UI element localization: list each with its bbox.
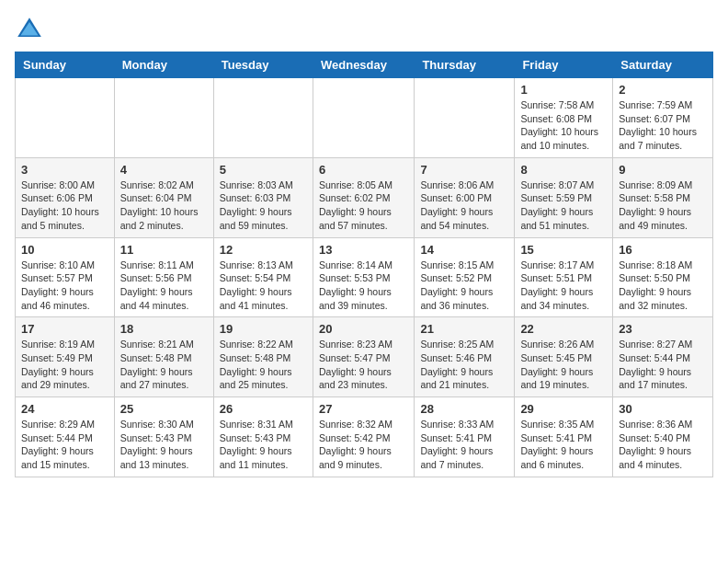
day-number: 11 bbox=[120, 243, 208, 257]
day-number: 24 bbox=[21, 402, 108, 416]
calendar-week-row: 24Sunrise: 8:29 AM Sunset: 5:44 PM Dayli… bbox=[16, 397, 713, 477]
day-info: Sunrise: 8:26 AM Sunset: 5:45 PM Dayligh… bbox=[520, 338, 607, 392]
day-number: 5 bbox=[220, 163, 307, 177]
day-info: Sunrise: 8:32 AM Sunset: 5:42 PM Dayligh… bbox=[319, 418, 408, 472]
day-info: Sunrise: 8:14 AM Sunset: 5:53 PM Dayligh… bbox=[319, 259, 408, 313]
day-info: Sunrise: 8:00 AM Sunset: 6:06 PM Dayligh… bbox=[21, 178, 108, 233]
calendar-cell: 1Sunrise: 7:58 AM Sunset: 6:08 PM Daylig… bbox=[515, 78, 613, 158]
day-info: Sunrise: 8:15 AM Sunset: 5:52 PM Dayligh… bbox=[420, 259, 508, 313]
day-number: 12 bbox=[220, 243, 307, 257]
logo bbox=[15, 15, 48, 44]
calendar-cell: 26Sunrise: 8:31 AM Sunset: 5:43 PM Dayli… bbox=[213, 397, 313, 477]
calendar-week-row: 3Sunrise: 8:00 AM Sunset: 6:06 PM Daylig… bbox=[16, 157, 713, 237]
day-info: Sunrise: 8:29 AM Sunset: 5:44 PM Dayligh… bbox=[21, 418, 108, 472]
calendar-cell: 10Sunrise: 8:10 AM Sunset: 5:57 PM Dayli… bbox=[16, 237, 115, 317]
day-info: Sunrise: 8:06 AM Sunset: 6:00 PM Dayligh… bbox=[420, 178, 508, 233]
weekday-header-tuesday: Tuesday bbox=[213, 52, 313, 78]
calendar-cell: 4Sunrise: 8:02 AM Sunset: 6:04 PM Daylig… bbox=[114, 157, 213, 237]
calendar-cell: 20Sunrise: 8:23 AM Sunset: 5:47 PM Dayli… bbox=[313, 317, 414, 397]
calendar-cell: 12Sunrise: 8:13 AM Sunset: 5:54 PM Dayli… bbox=[213, 237, 313, 317]
day-number: 16 bbox=[619, 243, 707, 257]
calendar-cell: 19Sunrise: 8:22 AM Sunset: 5:48 PM Dayli… bbox=[213, 317, 313, 397]
calendar-cell: 11Sunrise: 8:11 AM Sunset: 5:56 PM Dayli… bbox=[114, 237, 213, 317]
calendar-cell bbox=[16, 78, 115, 158]
day-number: 27 bbox=[319, 402, 408, 416]
calendar-cell: 24Sunrise: 8:29 AM Sunset: 5:44 PM Dayli… bbox=[16, 397, 115, 477]
calendar-week-row: 17Sunrise: 8:19 AM Sunset: 5:49 PM Dayli… bbox=[16, 317, 713, 397]
weekday-header-sunday: Sunday bbox=[16, 52, 115, 78]
weekday-header-monday: Monday bbox=[114, 52, 213, 78]
calendar-cell: 16Sunrise: 8:18 AM Sunset: 5:50 PM Dayli… bbox=[613, 237, 713, 317]
calendar-cell: 23Sunrise: 8:27 AM Sunset: 5:44 PM Dayli… bbox=[613, 317, 713, 397]
day-number: 23 bbox=[619, 322, 707, 336]
logo-icon bbox=[15, 15, 44, 44]
day-number: 2 bbox=[619, 83, 707, 97]
calendar-cell: 7Sunrise: 8:06 AM Sunset: 6:00 PM Daylig… bbox=[415, 157, 515, 237]
day-number: 9 bbox=[619, 163, 707, 177]
day-info: Sunrise: 8:07 AM Sunset: 5:59 PM Dayligh… bbox=[520, 178, 607, 233]
day-number: 28 bbox=[420, 402, 508, 416]
day-info: Sunrise: 8:19 AM Sunset: 5:49 PM Dayligh… bbox=[21, 338, 108, 392]
day-info: Sunrise: 8:17 AM Sunset: 5:51 PM Dayligh… bbox=[520, 259, 607, 313]
weekday-header-saturday: Saturday bbox=[613, 52, 713, 78]
calendar-cell: 2Sunrise: 7:59 AM Sunset: 6:07 PM Daylig… bbox=[613, 78, 713, 158]
day-number: 20 bbox=[319, 322, 408, 336]
day-info: Sunrise: 8:35 AM Sunset: 5:41 PM Dayligh… bbox=[520, 418, 607, 472]
calendar-table: SundayMondayTuesdayWednesdayThursdayFrid… bbox=[15, 52, 713, 477]
day-number: 7 bbox=[420, 163, 508, 177]
day-info: Sunrise: 8:02 AM Sunset: 6:04 PM Dayligh… bbox=[120, 178, 208, 233]
day-info: Sunrise: 8:10 AM Sunset: 5:57 PM Dayligh… bbox=[21, 259, 108, 313]
calendar-cell: 21Sunrise: 8:25 AM Sunset: 5:46 PM Dayli… bbox=[415, 317, 515, 397]
day-number: 10 bbox=[21, 243, 108, 257]
calendar-cell: 17Sunrise: 8:19 AM Sunset: 5:49 PM Dayli… bbox=[16, 317, 115, 397]
calendar-cell: 29Sunrise: 8:35 AM Sunset: 5:41 PM Dayli… bbox=[515, 397, 613, 477]
day-info: Sunrise: 8:25 AM Sunset: 5:46 PM Dayligh… bbox=[420, 338, 508, 392]
calendar-cell: 3Sunrise: 8:00 AM Sunset: 6:06 PM Daylig… bbox=[16, 157, 115, 237]
day-number: 19 bbox=[220, 322, 307, 336]
weekday-header-wednesday: Wednesday bbox=[313, 52, 414, 78]
day-number: 29 bbox=[520, 402, 607, 416]
calendar-cell: 18Sunrise: 8:21 AM Sunset: 5:48 PM Dayli… bbox=[114, 317, 213, 397]
calendar-cell: 9Sunrise: 8:09 AM Sunset: 5:58 PM Daylig… bbox=[613, 157, 713, 237]
day-info: Sunrise: 8:03 AM Sunset: 6:03 PM Dayligh… bbox=[220, 178, 307, 233]
day-info: Sunrise: 8:22 AM Sunset: 5:48 PM Dayligh… bbox=[220, 338, 307, 392]
calendar-cell bbox=[313, 78, 414, 158]
day-number: 3 bbox=[21, 163, 108, 177]
calendar-cell: 28Sunrise: 8:33 AM Sunset: 5:41 PM Dayli… bbox=[415, 397, 515, 477]
calendar-cell: 5Sunrise: 8:03 AM Sunset: 6:03 PM Daylig… bbox=[213, 157, 313, 237]
day-info: Sunrise: 8:09 AM Sunset: 5:58 PM Dayligh… bbox=[619, 178, 707, 233]
day-number: 30 bbox=[619, 402, 707, 416]
day-info: Sunrise: 8:21 AM Sunset: 5:48 PM Dayligh… bbox=[120, 338, 208, 392]
day-number: 17 bbox=[21, 322, 108, 336]
day-number: 6 bbox=[319, 163, 408, 177]
day-number: 8 bbox=[520, 163, 607, 177]
calendar-week-row: 10Sunrise: 8:10 AM Sunset: 5:57 PM Dayli… bbox=[16, 237, 713, 317]
calendar-cell bbox=[415, 78, 515, 158]
day-number: 14 bbox=[420, 243, 508, 257]
day-info: Sunrise: 8:36 AM Sunset: 5:40 PM Dayligh… bbox=[619, 418, 707, 472]
day-number: 13 bbox=[319, 243, 408, 257]
calendar-cell bbox=[114, 78, 213, 158]
calendar-cell bbox=[213, 78, 313, 158]
day-number: 1 bbox=[520, 83, 607, 97]
page-header bbox=[15, 15, 713, 44]
day-number: 26 bbox=[220, 402, 307, 416]
day-info: Sunrise: 8:05 AM Sunset: 6:02 PM Dayligh… bbox=[319, 178, 408, 233]
weekday-header-thursday: Thursday bbox=[415, 52, 515, 78]
weekday-header-friday: Friday bbox=[515, 52, 613, 78]
weekday-header-row: SundayMondayTuesdayWednesdayThursdayFrid… bbox=[16, 52, 713, 78]
day-info: Sunrise: 7:59 AM Sunset: 6:07 PM Dayligh… bbox=[619, 98, 707, 153]
day-number: 15 bbox=[520, 243, 607, 257]
day-info: Sunrise: 7:58 AM Sunset: 6:08 PM Dayligh… bbox=[520, 98, 607, 153]
calendar-cell: 8Sunrise: 8:07 AM Sunset: 5:59 PM Daylig… bbox=[515, 157, 613, 237]
day-number: 18 bbox=[120, 322, 208, 336]
day-number: 21 bbox=[420, 322, 508, 336]
day-number: 4 bbox=[120, 163, 208, 177]
day-info: Sunrise: 8:30 AM Sunset: 5:43 PM Dayligh… bbox=[120, 418, 208, 472]
calendar-cell: 30Sunrise: 8:36 AM Sunset: 5:40 PM Dayli… bbox=[613, 397, 713, 477]
calendar-week-row: 1Sunrise: 7:58 AM Sunset: 6:08 PM Daylig… bbox=[16, 78, 713, 158]
day-info: Sunrise: 8:33 AM Sunset: 5:41 PM Dayligh… bbox=[420, 418, 508, 472]
day-info: Sunrise: 8:23 AM Sunset: 5:47 PM Dayligh… bbox=[319, 338, 408, 392]
day-info: Sunrise: 8:18 AM Sunset: 5:50 PM Dayligh… bbox=[619, 259, 707, 313]
calendar-cell: 6Sunrise: 8:05 AM Sunset: 6:02 PM Daylig… bbox=[313, 157, 414, 237]
